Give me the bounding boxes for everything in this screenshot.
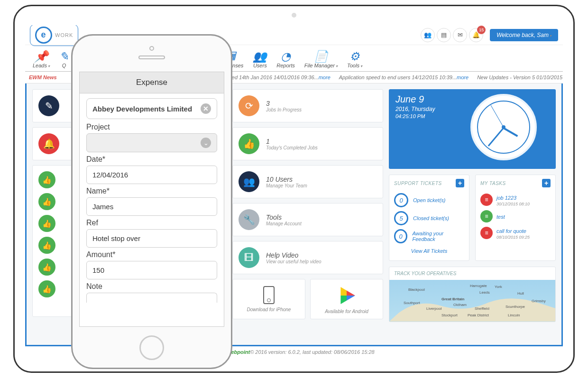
map-label: Sheffield [475, 306, 489, 311]
stat-label: Today's Completed Jobs [266, 145, 318, 150]
map-label: Leeds [479, 290, 490, 295]
mail-icon[interactable]: ✉ [453, 28, 467, 42]
ticket-count: 0 [394, 193, 408, 207]
phone-frame: Expense Abbey Developments Limited ✕ Pro… [71, 34, 232, 369]
stat-tools[interactable]: 🔧 ToolsManage Account [232, 203, 383, 236]
news-item: Application speed to end users 14/12/201… [339, 74, 469, 80]
map-label: Blackpool [408, 287, 425, 292]
android-label: Available for Android [325, 309, 368, 314]
news-more-link[interactable]: more [457, 74, 469, 80]
thumb-icon[interactable]: 👍 [38, 237, 55, 254]
clear-icon[interactable]: ✕ [201, 103, 211, 114]
nav-reports-label: Reports [276, 63, 295, 68]
tablet-camera [292, 13, 296, 18]
ticket-count: 0 [394, 229, 407, 243]
map-label: Scunthorpe [505, 305, 525, 309]
map-label: Peak District [468, 313, 489, 317]
clock-card: June 9 2016, Thursday 04:25:10 PM [389, 89, 556, 169]
wrench-icon: 🔧 [239, 209, 259, 230]
nav-tools-label: Tools [347, 63, 359, 68]
bell-icon[interactable]: 🔔 15 [469, 28, 483, 42]
right-column: June 9 2016, Thursday 04:25:10 PM SUPPOR… [389, 89, 556, 339]
stat-help[interactable]: 🎞 Help VideoView our useful help video [232, 241, 383, 274]
app-links: Download for iPhone Available for Androi… [232, 279, 383, 319]
gears-icon: ⚙ [349, 50, 360, 63]
thumb-icon[interactable]: 👍 [38, 171, 55, 188]
android-download[interactable]: Available for Android [310, 279, 383, 319]
name-label: Name* [86, 187, 217, 195]
news-item: New Updates - Version 5 01/10/2015 08:14… [477, 74, 563, 80]
thumb-icon: 👍 [239, 133, 259, 154]
map-label: Harrogate [470, 284, 487, 288]
company-chip[interactable]: Abbey Developments Limited ✕ [86, 98, 217, 119]
view-all-tickets[interactable]: View All Tickets [394, 245, 464, 257]
nav-users[interactable]: 👥 Users [248, 48, 272, 71]
project-select[interactable]: ⌄ [86, 133, 217, 152]
group-icon[interactable]: 👥 [421, 28, 435, 42]
ticket-count: 5 [394, 211, 408, 225]
nav-q-label: Q [62, 63, 66, 68]
notification-badge: 15 [477, 26, 486, 34]
nav-leads[interactable]: 📌 Leads▾ [28, 48, 55, 71]
date-label: Date* [86, 155, 217, 164]
film-icon: 🎞 [239, 247, 259, 268]
nav-q[interactable]: ✎ Q [55, 48, 74, 71]
stat-number: 3 [266, 100, 302, 107]
phone-home-button[interactable] [139, 335, 164, 360]
ticket-row[interactable]: 0Awaiting your Feedback [394, 227, 464, 245]
note-input[interactable] [86, 293, 217, 303]
stat-completed[interactable]: 👍 1Today's Completed Jobs [232, 127, 383, 160]
map-panel: TRACK YOUR OPERATIVES Blackpool Harrogat… [389, 267, 556, 322]
nav-reports[interactable]: ◔ Reports [272, 48, 300, 71]
stat-label: Jobs In Progress [266, 107, 302, 112]
task-row[interactable]: ≡ job 122330/12/2015 08:10 [480, 191, 551, 208]
thumb-icon[interactable]: 👍 [38, 280, 55, 297]
task-icon: ≡ [480, 227, 493, 239]
stat-users[interactable]: 👥 10 UsersManage Your Team [232, 165, 383, 198]
stat-label: Manage Account [266, 221, 302, 226]
map-label: York [495, 285, 502, 289]
iphone-download[interactable]: Download for iPhone [232, 279, 305, 319]
thumb-icon[interactable]: 👍 [38, 259, 55, 276]
nav-tools[interactable]: ⚙ Tools▾ [342, 48, 367, 71]
news-more-link[interactable]: more [319, 74, 331, 80]
amount-label: Amount* [86, 250, 217, 259]
map-label: Great Britain [441, 297, 464, 301]
stat-number: 1 [266, 138, 318, 145]
expense-title: Expense [80, 72, 224, 93]
nav-file-manager[interactable]: 📄 File Manager▾ [300, 48, 342, 71]
name-input[interactable] [86, 197, 217, 216]
task-row[interactable]: ≡ test [480, 208, 551, 224]
ref-input[interactable] [86, 229, 217, 248]
amount-input[interactable] [86, 261, 217, 279]
add-ticket-button[interactable]: + [456, 179, 464, 187]
clock-date: 2016, Thursday [395, 106, 435, 112]
logo[interactable]: e WORK [30, 25, 78, 46]
stat-number: 10 Users [266, 176, 307, 183]
ticket-row[interactable]: 5Closed ticket(s) [394, 209, 464, 227]
date-input[interactable] [86, 166, 217, 184]
task-title: job 1223 [496, 195, 516, 201]
task-icon: ≡ [480, 210, 493, 222]
q-icon: ✎ [59, 50, 69, 63]
stat-jobs-progress[interactable]: ⟳ 3Jobs In Progress [232, 89, 383, 122]
tasks-panel: MY TASKS + ≡ job 122330/12/2015 08:10 ≡ … [475, 175, 556, 261]
task-icon: ≡ [480, 194, 493, 206]
list-icon[interactable]: ▤ [437, 28, 451, 42]
thumb-icon[interactable]: 👍 [38, 215, 55, 232]
task-row[interactable]: ≡ call for quote08/10/2015 09:25 [480, 224, 551, 241]
welcome-user-menu[interactable]: Welcome back, Sam▾ [490, 29, 558, 41]
task-date: 08/10/2015 09:25 [496, 235, 530, 240]
ticket-label: Closed ticket(s) [413, 215, 449, 221]
add-task-button[interactable]: + [542, 179, 551, 187]
map[interactable]: Blackpool Harrogate York Leeds Hull Grea… [389, 280, 555, 322]
thumb-icon[interactable]: 👍 [38, 193, 55, 210]
ticket-row[interactable]: 0Open ticket(s) [394, 191, 464, 209]
logo-text: WORK [55, 32, 73, 38]
map-label: Liverpool [426, 306, 441, 311]
map-label: Oldham [453, 303, 467, 307]
iphone-icon [263, 286, 275, 304]
phone-camera [149, 46, 154, 51]
logo-mark: e [35, 27, 52, 44]
phone-speaker [138, 56, 165, 59]
